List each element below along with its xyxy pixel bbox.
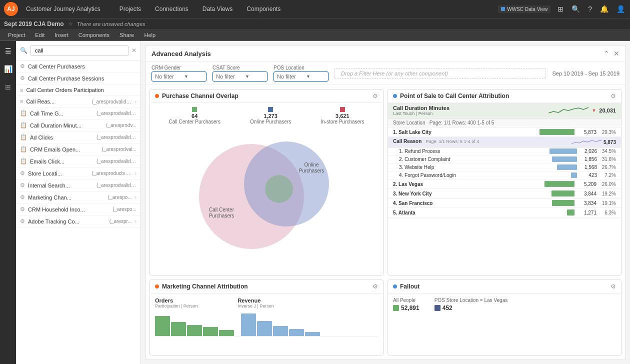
reason-name: 2. Customer Complaint xyxy=(399,156,550,162)
dropdown-arrow-icon: ▼ xyxy=(184,74,188,79)
chart-settings-icon[interactable]: ⚙ xyxy=(610,283,616,290)
sparkline-small xyxy=(572,138,602,146)
chart-settings-icon[interactable]: ⚙ xyxy=(372,283,378,290)
nav-item-projects[interactable]: Projects xyxy=(112,0,148,18)
chevron-right-icon: › xyxy=(135,99,136,104)
list-item[interactable]: 📋 Ad Clicks (_aresprodvalidation.ad.... xyxy=(16,132,140,144)
purchase-overlap-header: Purchase Channel Overlap ⚙ xyxy=(150,90,383,103)
component-list: ⚙ Call Center Purchasers ⚙ Call Center P… xyxy=(16,60,140,364)
subtitle-bar: Sept 2019 CJA Demo ☆ There are unsaved c… xyxy=(0,18,630,29)
all-people-value: 52,891 xyxy=(401,304,420,312)
component-icon: ≡ xyxy=(20,87,23,93)
fallout-content: All People 52,891 POS Store Location = L… xyxy=(388,294,621,316)
csat-score-select[interactable]: No filter ▼ xyxy=(212,72,268,82)
list-item[interactable]: 📋 CRM Emails Open... (_aresprodval... xyxy=(16,144,140,156)
menu-help[interactable]: Help xyxy=(140,31,160,39)
bar xyxy=(289,329,304,336)
list-item[interactable]: ⚙ CRM Household Inco... (_arespo... xyxy=(16,204,140,216)
store-name: 1. Salt Lake City xyxy=(393,130,538,135)
store-bar xyxy=(552,200,574,206)
pos-value: 452 xyxy=(442,304,452,312)
dropdown-arrow-icon: ▼ xyxy=(245,74,250,79)
attribution-header: Point of Sale to Call Center Attribution… xyxy=(388,90,621,103)
search-input[interactable] xyxy=(30,45,128,56)
component-icon: ⚙ xyxy=(20,63,25,70)
sidebar-icon-menu[interactable]: ☰ xyxy=(3,45,14,57)
store-name: 3. New York City xyxy=(393,191,550,196)
bar xyxy=(171,322,186,336)
list-item[interactable]: ⚙ Marketing Chan... (_arespo... › xyxy=(16,192,140,204)
charts-grid: Purchase Channel Overlap ⚙ 64 Call Cente… xyxy=(146,85,626,360)
list-item[interactable]: ⚙ Call Center Purchasers xyxy=(16,60,140,72)
list-item[interactable]: ⚙ Adobe Tracking Co... (_arespr... › xyxy=(16,216,140,228)
panel-header-icons: ⌃ ✕ xyxy=(604,50,620,58)
menu-insert[interactable]: Insert xyxy=(50,31,72,39)
nav-item-connections[interactable]: Connections xyxy=(148,0,196,18)
sidebar-icon-chart[interactable]: 📊 xyxy=(2,63,14,75)
bar xyxy=(305,332,320,336)
filters-row: CRM Gender No filter ▼ CSAT Score No fil… xyxy=(146,62,626,85)
chart-settings-icon[interactable]: ⚙ xyxy=(372,92,378,100)
store-bar xyxy=(544,181,574,187)
component-icon: 📋 xyxy=(20,146,27,152)
list-item[interactable]: 📋 Emails Click... (_aresprodvalidatio... xyxy=(16,156,140,168)
profile-icon[interactable]: 👤 xyxy=(616,4,626,14)
store-value: 5,873 xyxy=(576,130,596,135)
help-icon[interactable]: ? xyxy=(587,4,593,14)
bar xyxy=(155,316,170,336)
metric-total: 20,031 xyxy=(599,108,616,114)
bar xyxy=(187,325,202,336)
top-nav: AJ Customer Journey Analytics Projects C… xyxy=(0,0,630,18)
venn-labels: 64 Call Center Purchasers 1,273 Online P… xyxy=(154,107,379,124)
search-icon[interactable]: 🔍 xyxy=(570,4,581,14)
list-item[interactable]: ⚙ Store Locati... (_aresproductval... › xyxy=(16,168,140,180)
csat-score-value: No filter xyxy=(216,74,235,80)
main-nav: Projects Connections Data Views Componen… xyxy=(112,0,288,18)
chart-settings-icon[interactable]: ⚙ xyxy=(610,92,616,100)
list-item[interactable]: ≡ Call Reas... (_aresprodvalidat... › xyxy=(16,96,140,108)
marketing-header: Marketing Channel Attribution ⚙ xyxy=(150,280,383,294)
menu-edit[interactable]: Edit xyxy=(31,31,48,39)
all-people-color xyxy=(393,305,399,311)
chevron-right-icon: › xyxy=(135,218,136,224)
crm-gender-filter: CRM Gender No filter ▼ xyxy=(152,65,206,82)
revenue-col-header: Revenue Inverse J | Person xyxy=(238,298,274,308)
star-icon[interactable]: ☆ xyxy=(68,20,73,27)
nav-item-dataviews[interactable]: Data Views xyxy=(196,0,240,18)
main-layout: ☰ 📊 ⊞ 🔍 ✕ ⚙ Call Center Purchasers ⚙ Cal… xyxy=(0,41,630,364)
collapse-icon[interactable]: ⌃ xyxy=(604,50,610,58)
grid-icon[interactable]: ⊞ xyxy=(556,4,564,14)
menu-project[interactable]: Project xyxy=(4,31,29,39)
table-row: 4. Forgot Password/Login 423 7.2% xyxy=(388,172,621,180)
list-item[interactable]: 📋 Call Time G... (_aresprodvalidatio... xyxy=(16,108,140,120)
fallout-header: Fallout ⚙ xyxy=(388,280,621,294)
marketing-content: Orders Participation | Person Revenue In… xyxy=(150,294,383,340)
workspace-badge: WWSC Data View xyxy=(498,6,550,13)
filter-drop-zone[interactable]: Drop a Filter Here (or any other compone… xyxy=(334,68,546,79)
list-item[interactable]: ≡ Call Center Orders Participation xyxy=(16,84,140,96)
close-icon[interactable]: ✕ xyxy=(614,50,620,58)
app-logo: AJ xyxy=(4,2,18,16)
menu-share[interactable]: Share xyxy=(116,31,138,39)
search-icon-left: 🔍 xyxy=(20,47,28,54)
pos-location-value: No filter xyxy=(277,74,296,80)
reason-name: 3. Website Help xyxy=(399,164,555,170)
sidebar-icon-grid[interactable]: ⊞ xyxy=(3,81,13,93)
table-row: 2. Las Vegas 5,209 26.0% xyxy=(388,180,621,189)
date-range: Sep 10 2019 - Sep 15 2019 xyxy=(552,70,620,76)
advanced-analysis-panel: Advanced Analysis ⌃ ✕ CRM Gender No filt… xyxy=(145,45,626,360)
crm-gender-select[interactable]: No filter ▼ xyxy=(152,72,206,82)
list-item[interactable]: ⚙ Call Center Purchase Sessions xyxy=(16,72,140,84)
nav-item-components[interactable]: Components xyxy=(240,0,288,18)
store-percent: 29.3% xyxy=(598,130,616,135)
bell-icon[interactable]: 🔔 xyxy=(599,4,610,14)
list-item[interactable]: ⚙ Internal Search... (_aresprodvalida... xyxy=(16,180,140,192)
venn-color-online xyxy=(268,107,273,112)
list-item[interactable]: 📋 Call Duration Minut... (_aresprodv... xyxy=(16,120,140,132)
chevron-right-icon: › xyxy=(135,170,136,176)
menu-components[interactable]: Components xyxy=(74,31,114,39)
left-panel: 🔍 ✕ ⚙ Call Center Purchasers ⚙ Call Cent… xyxy=(16,41,141,364)
pos-location-select[interactable]: No filter ▼ xyxy=(274,72,328,82)
all-people-col: All People 52,891 xyxy=(393,298,420,312)
clear-search-icon[interactable]: ✕ xyxy=(132,47,136,54)
